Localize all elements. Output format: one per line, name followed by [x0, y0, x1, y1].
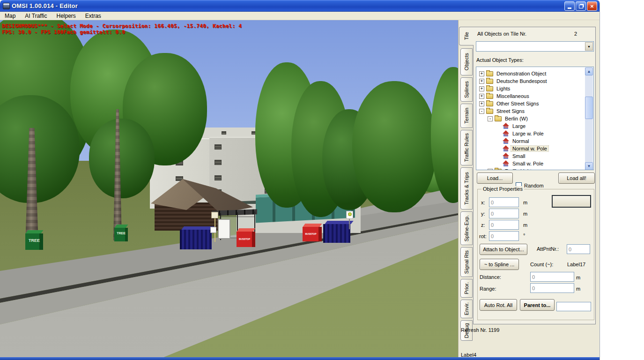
distance-unit: m	[576, 275, 580, 280]
tab-terrain[interactable]: Terrain	[460, 104, 473, 128]
tab-tile[interactable]: Tile	[459, 27, 474, 45]
attach-to-object-button[interactable]: Attach to Object...	[480, 244, 527, 255]
sign-panel	[210, 227, 216, 233]
house-icon	[503, 145, 509, 151]
z-field[interactable]	[489, 220, 519, 230]
all-objects-count: 2	[574, 31, 577, 37]
unnamed-default-button[interactable]	[552, 195, 591, 208]
tree-item-label[interactable]: Other Street Signs	[495, 101, 540, 106]
close-button[interactable]: ✕	[587, 1, 597, 11]
tree-item-label[interactable]: Demonstration Object	[495, 71, 548, 76]
blue-container[interactable]	[323, 224, 350, 243]
tab-signal-rts[interactable]: Signal Rts	[460, 247, 473, 277]
objects-on-tile-combobox[interactable]: ▼	[476, 41, 594, 52]
sign-pole	[349, 219, 350, 229]
house-icon	[503, 153, 509, 159]
tree-item-label[interactable]: Deutsche Bundespost	[495, 78, 548, 84]
blue-container[interactable]	[180, 230, 212, 249]
expand-icon[interactable]: +	[479, 94, 484, 99]
load-button[interactable]: Load...	[477, 172, 513, 184]
random-checkbox-label[interactable]: Random	[524, 183, 544, 188]
collapse-icon[interactable]: -	[479, 109, 484, 114]
tree-placeholder-label: TREE	[25, 238, 43, 243]
restore-button[interactable]	[576, 1, 586, 11]
object-properties-group: Object Properties x: m y: m z: m rot: ° …	[477, 189, 594, 320]
tab-envir[interactable]: Envir.	[460, 300, 473, 318]
house-icon	[503, 160, 509, 166]
minimize-button[interactable]	[564, 1, 575, 11]
to-spline-button[interactable]: ~ to Spline ...	[480, 259, 519, 270]
tree-placeholder-box[interactable]: TREE	[25, 233, 43, 250]
tree-placeholder-label: TREE	[114, 232, 128, 235]
house-icon	[503, 123, 509, 129]
bus-stop-sign	[211, 212, 218, 218]
restore-icon	[579, 5, 583, 8]
tree-item-label-selected[interactable]: Normal w. Pole	[511, 146, 548, 151]
y-field[interactable]	[489, 209, 519, 218]
combo-dropdown-button[interactable]: ▼	[585, 42, 593, 51]
house-icon	[503, 130, 509, 136]
load-all-button[interactable]: Load all!	[558, 172, 595, 184]
menu-helpers[interactable]: Helpers	[52, 12, 80, 20]
chevron-down-icon: ▼	[587, 45, 591, 48]
parent-to-button[interactable]: Parent to...	[520, 299, 555, 311]
tree-item-label[interactable]: Berlin (W)	[503, 116, 529, 121]
viewport-3d[interactable]: TREE TREE BUSSTOP BUSSTOP	[0, 20, 458, 357]
debug-status-line: DESIGNMODUS*** - Select Mode - Cursorpos…	[2, 23, 242, 29]
scrollbar-thumb[interactable]	[585, 97, 593, 119]
object-types-tree[interactable]: +Demonstration Object +Deutsche Bundespo…	[476, 67, 594, 170]
x-field[interactable]	[489, 197, 519, 207]
folder-icon	[486, 94, 493, 99]
busstop-placeholder-box[interactable]: BUSSTOP	[237, 232, 255, 247]
folder-icon	[486, 109, 493, 114]
menu-extras[interactable]: Extras	[81, 12, 106, 20]
expand-icon[interactable]: +	[479, 101, 484, 106]
scroll-down-icon[interactable]: ▼	[585, 162, 593, 170]
tree-item-label[interactable]: Miscellaneous	[495, 93, 531, 99]
expand-icon[interactable]: +	[479, 71, 484, 76]
busstop-placeholder-box[interactable]: BUSSTOP	[303, 227, 322, 241]
expand-icon[interactable]: +	[479, 86, 484, 91]
tab-splines[interactable]: Splines	[460, 77, 473, 102]
z-label: z:	[481, 222, 485, 228]
auto-rot-all-button[interactable]: Auto Rot. All	[480, 299, 517, 311]
expand-icon[interactable]: +	[479, 79, 484, 84]
range-field[interactable]	[530, 283, 574, 293]
scroll-up-icon[interactable]: ▲	[585, 68, 593, 75]
folder-icon	[486, 86, 493, 91]
expand-icon[interactable]: +	[488, 169, 493, 170]
parent-to-field[interactable]	[556, 302, 591, 311]
tree-item-label[interactable]: Small w. Pole	[511, 161, 545, 166]
tab-traffic-rules[interactable]: Traffic Rules	[460, 130, 473, 165]
tab-objects[interactable]: Objects	[460, 48, 473, 75]
menu-ai-traffic[interactable]: AI Traffic	[20, 12, 52, 20]
count-value: Label17	[567, 262, 585, 267]
z-unit: m	[523, 222, 527, 228]
tree-item-label[interactable]: Large w. Pole	[511, 131, 545, 136]
object-types-label: Actual Object Types:	[476, 57, 524, 63]
rot-field[interactable]	[489, 231, 519, 241]
distance-field[interactable]	[530, 272, 574, 282]
app-icon	[3, 3, 10, 9]
collapse-icon[interactable]: -	[488, 116, 493, 121]
refresh-counter-label: Refresh Nr. 1199	[461, 327, 499, 333]
distance-label: Distance:	[480, 274, 501, 280]
tree-item-label[interactable]: Normal	[511, 138, 530, 144]
attpntnr-field[interactable]	[567, 244, 590, 254]
editor-side-panel: Tile Objects Splines Terrain Traffic Rul…	[458, 20, 600, 357]
tree-item-label[interactable]: Traffic Lights	[503, 168, 535, 170]
tree-item-label[interactable]: Lights	[495, 86, 511, 91]
bus-stop-sign	[346, 211, 353, 219]
tree-item-label[interactable]: Large	[511, 123, 527, 129]
title-bar[interactable]: OMSI 1.00.014 - Editor ✕	[0, 0, 600, 12]
tab-tracks-trips[interactable]: Tracks & Trips	[460, 167, 473, 210]
menu-map[interactable]: Map	[0, 12, 20, 20]
tab-prior[interactable]: Prior.	[460, 279, 473, 298]
tree-placeholder-box[interactable]: TREE	[114, 228, 128, 241]
tab-spline-exp[interactable]: Spline-Exp.	[460, 211, 473, 245]
tree-item-label[interactable]: Small	[511, 153, 527, 159]
penthouse-vent	[222, 131, 226, 135]
tree-scrollbar[interactable]: ▲ ▼	[585, 68, 593, 170]
tree-item-label[interactable]: Street Signs	[495, 108, 526, 114]
range-label: Range:	[480, 286, 496, 292]
